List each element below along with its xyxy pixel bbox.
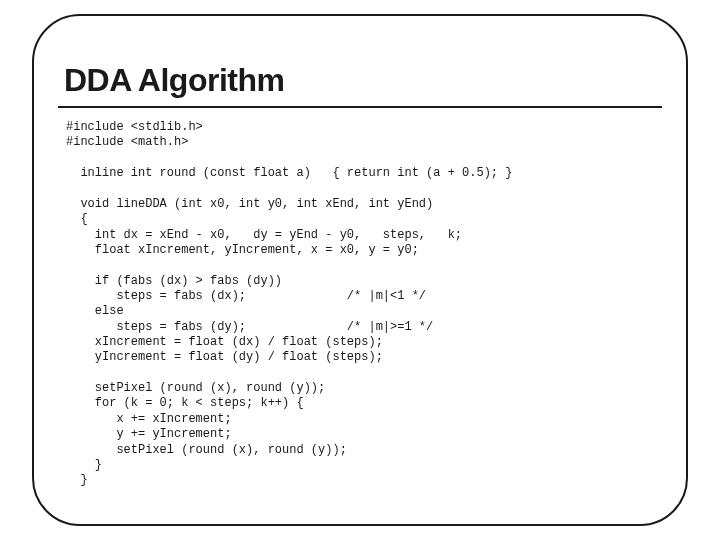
title-underline bbox=[58, 106, 662, 108]
slide: DDA Algorithm #include <stdlib.h> #inclu… bbox=[0, 0, 720, 540]
code-block: #include <stdlib.h> #include <math.h> in… bbox=[66, 120, 512, 489]
slide-title: DDA Algorithm bbox=[64, 62, 284, 99]
